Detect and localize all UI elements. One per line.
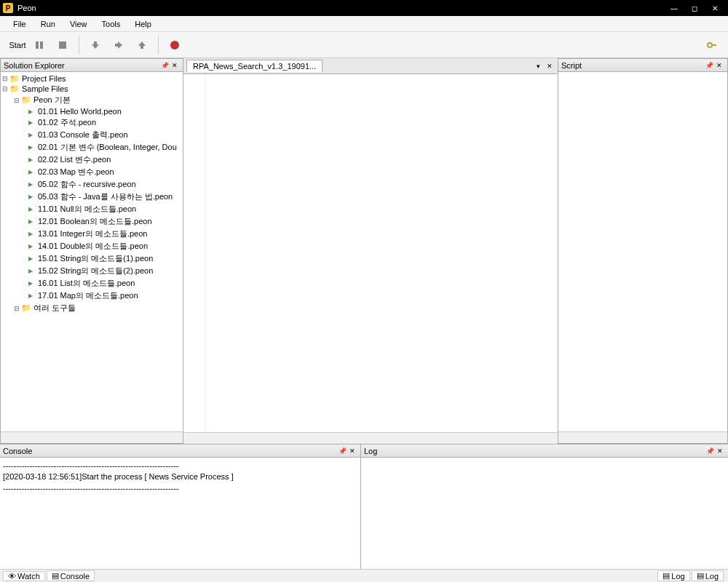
explorer-title: Solution Explorer — [4, 61, 159, 70]
file-node[interactable]: ▶05.03 함수 - Java를 사용하는 법.peon — [2, 191, 181, 203]
svg-marker-4 — [92, 44, 99, 49]
menu-view[interactable]: View — [63, 18, 95, 30]
file-node[interactable]: ▶01.03 Console 출력.peon — [2, 129, 181, 141]
file-node[interactable]: ▶17.01 Map의 메소드들.peon — [2, 290, 181, 302]
menu-file[interactable]: File — [6, 18, 33, 30]
close-icon[interactable]: ✕ — [714, 60, 724, 71]
log-tab-2[interactable]: ▤ Log — [692, 570, 724, 581]
console-tab[interactable]: ▤ Console — [47, 570, 95, 581]
svg-rect-12 — [711, 44, 716, 46]
file-node[interactable]: ▶01.01 Hello World.peon — [2, 106, 181, 116]
main-area: Solution Explorer 📌 ✕ ⊟📁Project Files⊟📁S… — [0, 58, 728, 444]
bottom-area: Console 📌 ✕ ----------------------------… — [0, 444, 728, 569]
console-line: [2020-03-18 12:56:51]Start the process [… — [3, 471, 357, 482]
hscrollbar[interactable] — [183, 432, 558, 444]
close-icon[interactable]: ✕ — [347, 446, 357, 456]
close-icon[interactable]: ✕ — [715, 446, 725, 456]
close-tab-icon[interactable]: ✕ — [545, 61, 555, 71]
tab-label: RPA_News_Search_v1.3_19091... — [193, 62, 316, 71]
console-panel: Console 📌 ✕ ----------------------------… — [0, 445, 361, 569]
close-icon[interactable]: ✕ — [170, 60, 180, 71]
solution-explorer: Solution Explorer 📌 ✕ ⊟📁Project Files⊟📁S… — [0, 58, 183, 444]
maximize-icon[interactable]: ◻ — [684, 1, 705, 15]
close-icon[interactable]: ✕ — [705, 1, 725, 15]
menubar: File Run View Tools Help — [0, 16, 728, 32]
file-node[interactable]: ▶15.01 String의 메소드들(1).peon — [2, 252, 181, 265]
log-panel: Log 📌 ✕ — [361, 445, 728, 569]
minimize-icon[interactable]: — — [664, 1, 684, 15]
file-node[interactable]: ▶05.02 함수 - recursive.peon — [2, 178, 181, 191]
pin-icon[interactable]: 📌 — [337, 446, 347, 456]
separator — [79, 36, 79, 54]
start-label: Start — [9, 41, 25, 49]
svg-point-10 — [170, 41, 179, 49]
script-header: Script 📌 ✕ — [558, 59, 727, 72]
file-node[interactable]: ▶02.01 기본 변수 (Boolean, Integer, Dou — [2, 141, 181, 154]
pause-button[interactable] — [29, 35, 50, 55]
pin-icon[interactable]: 📌 — [159, 60, 170, 71]
hscrollbar[interactable] — [558, 431, 727, 443]
code-content[interactable] — [205, 74, 558, 432]
svg-rect-3 — [59, 41, 66, 49]
file-node[interactable]: ▶02.02 List 변수.peon — [2, 154, 181, 166]
arrow-down-icon — [90, 40, 100, 50]
file-node[interactable]: ▶16.01 List의 메소드들.peon — [2, 277, 181, 290]
folder-node[interactable]: ⊟📁Peon 기본 — [2, 94, 181, 106]
pin-icon[interactable]: 📌 — [704, 60, 714, 71]
console-content[interactable]: ----------------------------------------… — [0, 458, 360, 569]
log-content[interactable] — [361, 458, 728, 569]
code-editor[interactable] — [183, 74, 558, 432]
hscrollbar[interactable] — [1, 431, 183, 443]
menu-help[interactable]: Help — [127, 18, 159, 30]
folder-node[interactable]: ⊟📁여러 도구들 — [2, 302, 181, 314]
svg-marker-8 — [138, 41, 146, 46]
line-gutter — [183, 74, 205, 432]
file-node[interactable]: ▶01.02 주석.peon — [2, 116, 181, 129]
watch-tab[interactable]: 👁 Watch — [3, 571, 45, 581]
file-node[interactable]: ▶13.01 Integer의 메소드들.peon — [2, 228, 181, 240]
stop-button[interactable] — [52, 35, 73, 55]
script-panel: Script 📌 ✕ — [558, 58, 728, 444]
svg-marker-6 — [118, 41, 122, 49]
file-node[interactable]: ▶02.03 Map 변수.peon — [2, 166, 181, 178]
console-line: ----------------------------------------… — [3, 483, 357, 494]
svg-rect-1 — [36, 41, 39, 49]
arrow-return-icon — [137, 40, 147, 50]
statusbar: 👁 Watch ▤ Console ▤ Log ▤ Log — [0, 569, 728, 582]
svg-rect-5 — [94, 41, 97, 44]
file-node[interactable]: ▶11.01 Null의 메소드들.peon — [2, 203, 181, 215]
dropdown-icon[interactable]: ▾ — [533, 61, 543, 71]
step-out-button[interactable] — [132, 35, 152, 55]
svg-rect-7 — [115, 44, 118, 47]
file-node[interactable]: ▶12.01 Boolean의 메소드들.peon — [2, 215, 181, 228]
svg-rect-2 — [40, 41, 43, 49]
pin-icon[interactable]: 📌 — [705, 446, 715, 456]
key-button[interactable] — [702, 35, 722, 55]
menu-run[interactable]: Run — [33, 18, 63, 30]
separator — [158, 36, 159, 54]
folder-node[interactable]: ⊟📁Sample Files — [2, 84, 181, 94]
menu-tools[interactable]: Tools — [95, 18, 128, 30]
file-tree[interactable]: ⊟📁Project Files⊟📁Sample Files⊟📁Peon 기본▶0… — [1, 72, 183, 431]
log-tab[interactable]: ▤ Log — [657, 570, 689, 581]
log-title: Log — [364, 447, 705, 455]
stop-icon — [58, 40, 68, 50]
step-down-button[interactable] — [85, 35, 106, 55]
folder-node[interactable]: ⊟📁Project Files — [2, 73, 181, 84]
log-header: Log 📌 ✕ — [361, 445, 728, 458]
arrow-right-icon — [114, 40, 124, 50]
editor-tabs: RPA_News_Search_v1.3_19091... ▾ ✕ — [183, 58, 558, 74]
console-header: Console 📌 ✕ — [0, 445, 360, 458]
pause-icon — [34, 40, 44, 50]
file-node[interactable]: ▶14.01 Double의 메소드들.peon — [2, 240, 181, 252]
console-line: ----------------------------------------… — [3, 461, 357, 471]
start-button[interactable]: Start — [6, 35, 26, 55]
file-node[interactable]: ▶15.02 String의 메소드들(2).peon — [2, 265, 181, 277]
console-title: Console — [3, 447, 337, 455]
window-title: Peon — [17, 4, 664, 12]
record-button[interactable] — [165, 35, 185, 55]
step-into-button[interactable] — [108, 35, 129, 55]
app-icon: P — [3, 3, 13, 13]
editor-tab[interactable]: RPA_News_Search_v1.3_19091... — [186, 60, 323, 72]
script-list[interactable] — [558, 72, 727, 431]
